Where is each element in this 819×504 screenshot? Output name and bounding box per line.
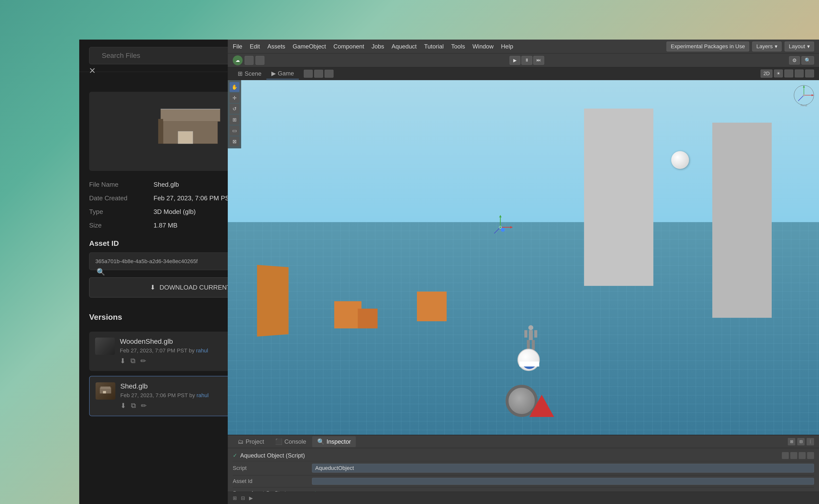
menu-edit[interactable]: Edit [250, 43, 260, 50]
asset-id-value: 365a701b-4b8e-4a5b-a2d6-34e8ec40265f [95, 258, 197, 265]
vp-tool-2[interactable] [314, 70, 323, 78]
download-version-icon-2[interactable]: ⬇ [120, 402, 126, 410]
menu-help[interactable]: Help [501, 43, 513, 50]
svg-rect-2 [178, 131, 193, 144]
unity-tools-toolbar: ☁ ▶ ⏸ ⏭ ⚙ 🔍 [228, 53, 819, 67]
main-viewport[interactable]: Persp ✋ ✛ ↺ ⊞ ▭ ⊠ [228, 80, 819, 435]
tool-btn-2[interactable] [256, 56, 265, 65]
inspector-icon: 🔍 [317, 438, 325, 445]
checkbox-script: ✓ [233, 452, 237, 459]
status-bar: ⊞ ⊟ ▶ [228, 492, 819, 504]
status-icon-1: ⊞ [233, 495, 237, 501]
multi-tool[interactable]: ⊠ [230, 137, 240, 146]
menu-aqueduct[interactable]: Aqueduct [392, 43, 417, 50]
tab-inspector[interactable]: 🔍 Inspector [312, 436, 356, 447]
menu-assets[interactable]: Assets [268, 43, 285, 50]
gizmos-icon[interactable] [805, 69, 814, 77]
console-icon: ⬛ [275, 438, 283, 445]
scene-area: ⊞ Scene ▶ Game 2D ☀ [228, 67, 819, 435]
svg-marker-25 [812, 94, 814, 96]
2d-toggle[interactable]: 2D [761, 69, 772, 78]
svg-rect-9 [529, 330, 533, 340]
file-name-label: File Name [89, 181, 153, 188]
menu-tutorial[interactable]: Tutorial [424, 43, 444, 50]
collab-icon[interactable]: ⚙ [789, 56, 800, 65]
layers-label: Layers [756, 43, 773, 50]
fx-icon[interactable] [795, 69, 804, 77]
experimental-packages-btn[interactable]: Experimental Packages in Use [667, 42, 749, 51]
audio-icon[interactable] [784, 69, 793, 77]
scene-game-tabs: ⊞ Scene ▶ Game 2D ☀ [228, 67, 819, 80]
vp-tool-1[interactable] [304, 70, 313, 78]
panel-maximize-icon[interactable]: ⊟ [797, 438, 805, 445]
inspector-controls [782, 452, 814, 459]
search-icon-toolbar[interactable]: 🔍 [801, 56, 814, 65]
inspector-ctrl-4[interactable] [807, 452, 814, 459]
download-version-icon-1[interactable]: ⬇ [120, 357, 125, 365]
script-label: Script [233, 465, 312, 471]
script-value[interactable]: AqueductObject [312, 464, 814, 473]
move-tool[interactable]: ✛ [230, 93, 240, 103]
rotate-tool[interactable]: ↺ [230, 104, 240, 114]
tab-game[interactable]: ▶ Game [267, 68, 299, 79]
inspector-ctrl-1[interactable] [782, 452, 789, 459]
menu-gameobject[interactable]: GameObject [293, 43, 326, 50]
panel-minimize-icon[interactable]: ⊞ [788, 438, 795, 445]
unity-menubar: File Edit Assets GameObject Component Jo… [228, 40, 819, 53]
inspector-ctrl-2[interactable] [790, 452, 797, 459]
menu-window[interactable]: Window [472, 43, 493, 50]
edit-version-icon-1[interactable]: ✏ [140, 357, 146, 365]
svg-rect-1 [161, 109, 220, 121]
menu-component[interactable]: Component [334, 43, 364, 50]
layout-dropdown[interactable]: Layout ▾ [785, 42, 814, 51]
menu-file[interactable]: File [233, 43, 243, 50]
rect-tool[interactable]: ▭ [230, 126, 240, 136]
size-label: Size [89, 222, 153, 229]
svg-rect-7 [103, 391, 106, 393]
bottom-tabs: 🗂 Project ⬛ Console 🔍 Inspector ⊞ ⊟ ⋮ [228, 435, 819, 448]
hand-tool[interactable]: ✋ [230, 82, 240, 92]
viewport-left-tools: ✋ ✛ ↺ ⊞ ▭ ⊠ [228, 80, 241, 148]
download-btn-label: DOWNLOAD CURRENT [159, 284, 231, 291]
unity-cloud-icon[interactable]: ☁ [233, 55, 243, 65]
svg-marker-17 [510, 226, 513, 229]
asset-id-inspector-value[interactable] [312, 478, 814, 485]
tab-console[interactable]: ⬛ Console [270, 436, 311, 447]
status-icon-3: ▶ [249, 495, 253, 501]
layers-chevron-icon: ▾ [775, 43, 777, 50]
step-button[interactable]: ⏭ [533, 56, 544, 65]
panel-menu-icon[interactable]: ⋮ [807, 438, 814, 445]
svg-point-20 [501, 228, 505, 232]
tab-project[interactable]: 🗂 Project [233, 436, 269, 447]
pause-button[interactable]: ⏸ [521, 56, 532, 65]
box-orange-tiny [358, 309, 378, 328]
menu-jobs[interactable]: Jobs [372, 43, 384, 50]
spawn-sphere [517, 349, 540, 371]
version-thumb-1 [95, 338, 115, 355]
version-thumb-2 [95, 382, 115, 400]
menu-tools[interactable]: Tools [451, 43, 465, 50]
version-author-1: rahul [196, 347, 208, 354]
close-button[interactable]: × [89, 72, 95, 77]
svg-rect-11 [532, 340, 535, 350]
scene-icon: ⊞ [238, 70, 243, 77]
tab-scene[interactable]: ⊞ Scene [233, 68, 267, 79]
toolbar-right: Experimental Packages in Use Layers ▾ La… [667, 42, 814, 51]
inspector-ctrl-3[interactable] [799, 452, 806, 459]
copy-version-icon-2[interactable]: ⧉ [131, 402, 136, 410]
asset-id-row: Asset Id [233, 475, 814, 487]
vp-tool-3[interactable] [325, 70, 334, 78]
edit-version-icon-2[interactable]: ✏ [141, 402, 146, 410]
tool-btn-1[interactable] [245, 56, 254, 65]
search-icon: 🔍 [96, 268, 105, 276]
svg-point-27 [803, 94, 805, 96]
file-name-value: Shed.glb [153, 181, 179, 188]
copy-version-icon-1[interactable]: ⧉ [130, 357, 135, 365]
lighting-icon[interactable]: ☀ [774, 69, 783, 77]
play-button[interactable]: ▶ [509, 56, 520, 65]
layers-dropdown[interactable]: Layers ▾ [752, 42, 782, 51]
bottom-panel-controls: ⊞ ⊟ ⋮ [788, 438, 814, 445]
script-row: Script AqueductObject [233, 461, 814, 475]
version-author-2: rahul [196, 392, 209, 398]
scale-tool[interactable]: ⊞ [230, 115, 240, 125]
